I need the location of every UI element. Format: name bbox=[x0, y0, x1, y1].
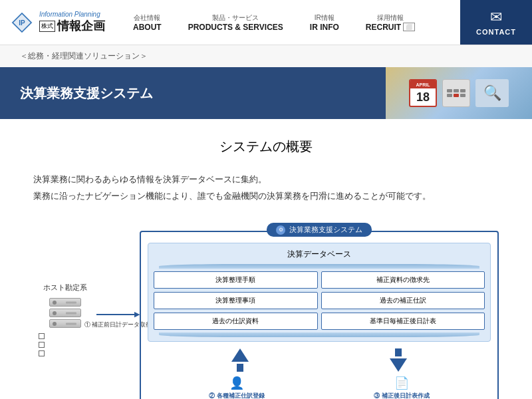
nav-jp-about: 会社情報 bbox=[134, 13, 160, 23]
nav-item-products[interactable]: 製品・サービス PRODUCTS & SERVICES bbox=[175, 0, 297, 45]
hero-image: APRIL 18 🔍 bbox=[386, 67, 532, 119]
hero-section: 決算業務支援システム APRIL 18 bbox=[0, 67, 532, 119]
step1-connector: ▶ ① 補正前日計データ取得 bbox=[96, 310, 140, 329]
section-title: システムの概要 bbox=[33, 138, 499, 156]
host-label: ホスト勘定系 bbox=[43, 283, 87, 293]
db-cell-4: 過去の補正仕訳 bbox=[321, 292, 485, 309]
db-grid: 決算整理手順 補正資料の徴求先 決算整理事項 過去の補正仕訳 過去の仕訳資料 基… bbox=[154, 271, 485, 330]
nav-en-products: PRODUCTS & SERVICES bbox=[188, 23, 283, 32]
contact-label: CONTACT bbox=[476, 28, 516, 36]
page-title: 決算業務支援システム bbox=[0, 84, 153, 102]
db-cell-1: 決算整理手順 bbox=[154, 271, 318, 289]
main-diagram-box: ⚙ 決算業務支援システム 決算データベース 決算整理手順 補正資料の徴求先 決算… bbox=[140, 231, 499, 399]
breadcrumb: ＜総務・経理関連ソリューション＞ bbox=[0, 45, 532, 67]
server-icon bbox=[49, 298, 81, 328]
contact-envelope-icon: ✉ bbox=[490, 9, 502, 26]
nav-en-ir: IR INFO bbox=[310, 23, 339, 32]
main-content: システムの概要 決算業務に関わるあらゆる情報を決算データベースに集約。 業務に沿… bbox=[0, 119, 532, 399]
checkbox-list bbox=[39, 333, 45, 356]
db-cell-2: 補正資料の徴求先 bbox=[321, 271, 485, 289]
header: IP Information Planning 株式 情報企画 会社情報 ABO… bbox=[0, 0, 532, 45]
main-nav: 会社情報 ABOUT 製品・サービス PRODUCTS & SERVICES I… bbox=[120, 0, 460, 45]
nav-en-about: ABOUT bbox=[133, 23, 162, 32]
db-cell-6: 基準日毎補正後日計表 bbox=[321, 313, 485, 330]
logo-area[interactable]: IP Information Planning 株式 情報企画 bbox=[0, 0, 120, 45]
step3-label: ③ 補正後日計表作成 bbox=[374, 392, 430, 399]
bottom-labels: 👤 ② 各種補正仕訳登録 📄 ③ 補正後日計表作成 bbox=[148, 376, 491, 399]
nav-item-ir[interactable]: IR情報 IR INFO bbox=[297, 0, 352, 45]
nav-jp-recruit: 採用情報 bbox=[377, 13, 404, 23]
contact-button[interactable]: ✉ CONTACT bbox=[460, 0, 532, 45]
diagram: ホスト勘定系 bbox=[33, 224, 499, 399]
nav-item-recruit[interactable]: 採用情報 RECRUIT ⬜ bbox=[352, 0, 428, 45]
nav-jp-products: 製品・サービス bbox=[212, 13, 259, 23]
db-cell-3: 決算整理事項 bbox=[154, 292, 318, 309]
bottom-arrows bbox=[148, 348, 491, 372]
db-label: 決算データベース bbox=[154, 249, 485, 260]
logo-text: Information Planning 株式 情報企画 bbox=[39, 11, 105, 34]
step2-label: ② 各種補正仕訳登録 bbox=[209, 392, 265, 399]
step3-arrow bbox=[390, 348, 407, 372]
logo-icon: IP bbox=[10, 11, 34, 35]
step2-arrow bbox=[231, 348, 249, 372]
db-cell-5: 過去の仕訳資料 bbox=[154, 313, 318, 330]
nav-en-recruit: RECRUIT bbox=[366, 23, 401, 32]
host-section: ホスト勘定系 bbox=[33, 276, 96, 356]
recruit-box-icon: ⬜ bbox=[403, 23, 415, 31]
nav-jp-ir: IR情報 bbox=[315, 13, 334, 23]
diagram-title-bar: ⚙ 決算業務支援システム bbox=[267, 223, 372, 237]
db-section: 決算データベース 決算整理手順 補正資料の徴求先 決算整理事項 過去の補正仕訳 … bbox=[148, 243, 491, 342]
section-description: 決算業務に関わるあらゆる情報を決算データベースに集約。 業務に沿ったナビゲーショ… bbox=[33, 172, 499, 204]
svg-text:IP: IP bbox=[19, 19, 25, 27]
nav-item-about[interactable]: 会社情報 ABOUT bbox=[120, 0, 175, 45]
